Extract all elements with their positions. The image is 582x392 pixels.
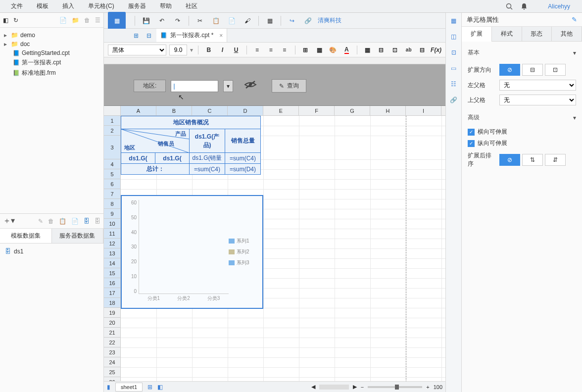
bell-icon[interactable] xyxy=(518,0,530,12)
row-header[interactable]: 24 xyxy=(104,357,121,367)
collapse-icon[interactable]: ▾ xyxy=(573,49,576,56)
collapse-icon[interactable]: ▾ xyxy=(573,114,576,121)
col-header[interactable]: C xyxy=(192,106,228,115)
expand-vertical-button[interactable]: ⊡ xyxy=(545,64,566,76)
bold-button[interactable]: B xyxy=(203,45,214,55)
cut-icon[interactable]: ✂ xyxy=(194,15,206,27)
preview-icon[interactable]: ▦ xyxy=(264,15,276,27)
paste-icon[interactable]: 📄 xyxy=(71,218,79,225)
row-header[interactable]: 13 xyxy=(104,248,121,258)
row-header[interactable]: 8 xyxy=(104,199,121,209)
data-cell[interactable]: ds1.G(销量 xyxy=(190,153,225,164)
formula-cell[interactable]: =sum(C4) xyxy=(190,164,225,175)
row-header[interactable]: 7 xyxy=(104,189,121,199)
underline-button[interactable]: U xyxy=(231,45,242,55)
collapse-icon[interactable]: ◧ xyxy=(3,17,8,24)
formula-icon[interactable]: F(x) xyxy=(431,45,441,55)
row-header[interactable]: 19 xyxy=(104,308,121,318)
total-label[interactable]: 总计： xyxy=(121,164,190,175)
rail-float-icon[interactable]: ☷ xyxy=(449,79,459,89)
row-header[interactable]: 18 xyxy=(104,298,121,308)
insert-row-icon[interactable]: ⊟ xyxy=(376,45,387,55)
italic-button[interactable]: I xyxy=(217,45,228,55)
save-icon[interactable]: 💾 xyxy=(140,15,152,27)
col-header[interactable]: B xyxy=(156,106,192,115)
refresh-icon[interactable]: ↻ xyxy=(13,17,18,24)
format-painter-icon[interactable]: 🖌 xyxy=(242,15,253,27)
left-parent-select[interactable]: 无 xyxy=(499,80,576,91)
dropdown-icon[interactable]: ▾ xyxy=(223,80,233,92)
expand-none-button[interactable]: ⊘ xyxy=(499,64,520,76)
copy-icon[interactable]: 📋 xyxy=(59,218,66,225)
visibility-toggle-icon[interactable] xyxy=(244,80,257,93)
scroll-left-icon[interactable]: ◀ xyxy=(311,384,315,390)
prop-tab-expand[interactable]: 扩展 xyxy=(462,27,492,42)
share-icon[interactable]: ↪ xyxy=(286,15,298,27)
folder-icon[interactable]: 📁 xyxy=(72,17,79,24)
region-input[interactable] xyxy=(171,80,218,92)
row-header[interactable]: 26 xyxy=(104,377,121,381)
sort-none-button[interactable]: ⊘ xyxy=(499,154,520,166)
row-header[interactable]: 23 xyxy=(104,347,121,357)
zoom-slider[interactable] xyxy=(368,386,422,388)
dataset-item[interactable]: 🗄ds1 xyxy=(5,246,98,256)
paste-icon[interactable]: 📄 xyxy=(226,15,238,27)
more-icon[interactable]: ☰ xyxy=(95,17,100,24)
formula-cell[interactable]: =sum(D4) xyxy=(225,164,261,175)
sheet-icon1[interactable]: ⊞ xyxy=(147,384,152,391)
menu-help[interactable]: 帮助 xyxy=(153,2,179,10)
data-cell[interactable]: =sum(C4) xyxy=(225,153,261,164)
prop-tab-style[interactable]: 样式 xyxy=(492,27,522,42)
col-header[interactable]: F xyxy=(299,106,335,115)
row-header[interactable]: 9 xyxy=(104,209,121,219)
text-icon[interactable]: ab xyxy=(403,45,414,55)
report-title[interactable]: 地区销售概况 xyxy=(121,116,261,129)
row-header[interactable]: 14 xyxy=(104,258,121,268)
expand-horizontal-button[interactable]: ⊟ xyxy=(522,64,543,76)
tree-file[interactable]: 📘第一张报表.cpt xyxy=(2,57,101,68)
tree-file[interactable]: 📗标准地图.frm xyxy=(2,68,101,78)
report-design-table[interactable]: 地区销售概况 产品 销售员 地区 ds1.G(产品) 销售总量 xyxy=(121,116,261,175)
up-parent-select[interactable]: 无 xyxy=(499,95,576,105)
link-icon[interactable]: 🔗 xyxy=(302,15,314,27)
col-header[interactable]: A xyxy=(121,106,156,115)
copy-icon[interactable]: 📋 xyxy=(210,15,222,27)
menu-community[interactable]: 社区 xyxy=(179,2,204,10)
font-color-icon[interactable]: A xyxy=(341,45,352,55)
tree-file[interactable]: 📘GettingStarted.cpt xyxy=(2,49,101,57)
row-header[interactable]: 16 xyxy=(104,278,121,288)
table-icon[interactable]: ▦ xyxy=(362,45,373,55)
grid2-icon[interactable]: ⊟ xyxy=(144,30,154,41)
font-select[interactable]: 黑体 xyxy=(108,45,166,55)
rail-chain-icon[interactable]: 🔗 xyxy=(449,95,459,105)
add-dataset-icon[interactable]: ＋▾ xyxy=(3,216,15,226)
zoom-plus[interactable]: + xyxy=(426,384,429,390)
row-header[interactable]: 10 xyxy=(104,219,121,229)
grid-icon[interactable]: ⊞ xyxy=(131,30,142,41)
row-header[interactable]: 6 xyxy=(104,179,121,189)
row-header[interactable]: 4 xyxy=(104,159,121,169)
sort-asc-button[interactable]: ⇅ xyxy=(522,154,543,166)
row-header[interactable]: 12 xyxy=(104,239,121,248)
undo-icon[interactable]: ↶ xyxy=(156,15,168,27)
pin-icon[interactable]: ✎ xyxy=(572,16,577,23)
search-icon[interactable] xyxy=(503,0,515,12)
tab-server-dataset[interactable]: 服务器数据集 xyxy=(52,229,104,243)
rail-cell-icon[interactable]: ▦ xyxy=(449,16,459,26)
row-header[interactable]: 2 xyxy=(104,126,121,136)
sort-desc-button[interactable]: ⇵ xyxy=(545,154,566,166)
data-cell[interactable]: ds1.G( xyxy=(121,153,155,164)
checkbox-horizontal-stretch[interactable]: ✓横向可伸展 xyxy=(468,128,576,136)
query-button[interactable]: ✎ 查询 xyxy=(272,79,306,93)
tree-folder[interactable]: ▸📁demo xyxy=(2,31,101,40)
checkbox-vertical-stretch[interactable]: ✓纵向可伸展 xyxy=(468,139,576,147)
menu-insert[interactable]: 插入 xyxy=(55,2,81,10)
align-center-icon[interactable]: ≡ xyxy=(265,45,276,55)
col-header[interactable]: G xyxy=(335,106,370,115)
rail-link-icon[interactable]: ▭ xyxy=(449,63,459,73)
diagonal-header-cell[interactable]: 产品 销售员 地区 xyxy=(121,129,190,153)
rail-widget-icon[interactable]: ◫ xyxy=(449,32,459,42)
db-icon[interactable]: 🗄 xyxy=(84,218,90,225)
col-header[interactable]: E xyxy=(263,106,299,115)
menu-file[interactable]: 文件 xyxy=(4,2,30,10)
